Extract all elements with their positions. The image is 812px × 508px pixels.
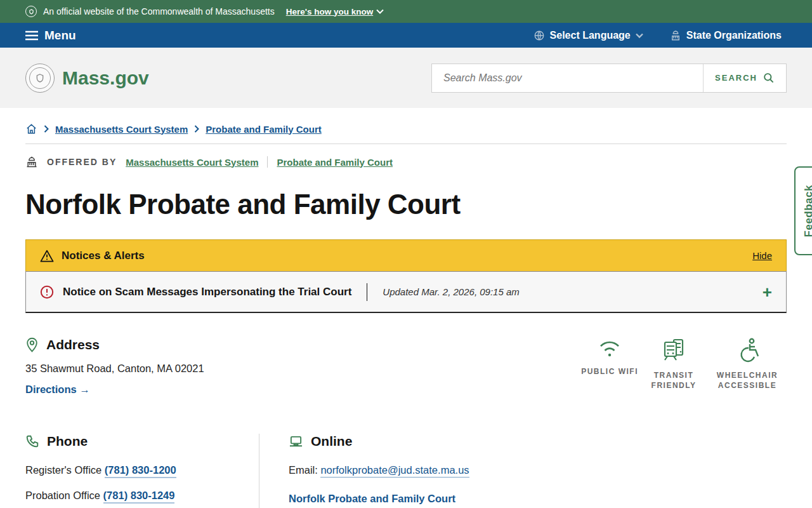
- phone-link-registers-office[interactable]: (781) 830-1200: [105, 464, 176, 478]
- main-nav: Menu Select Language State Organizations: [0, 23, 812, 48]
- feedback-tab[interactable]: Feedback: [794, 166, 812, 255]
- offered-by-link-probate-court[interactable]: Probate and Family Court: [277, 157, 393, 168]
- offered-by-link-court-system[interactable]: Massachusetts Court System: [126, 157, 258, 168]
- chevron-right-icon: [194, 125, 199, 133]
- laptop-icon: [289, 435, 303, 448]
- contact-section: Phone Register's Office (781) 830-1200 P…: [25, 434, 787, 508]
- heres-how-you-know-toggle[interactable]: Here's how you know: [286, 7, 384, 17]
- site-search: SEARCH: [431, 64, 787, 93]
- breadcrumb-link-probate-court[interactable]: Probate and Family Court: [206, 124, 322, 135]
- alert-notice-row[interactable]: Notice on Scam Messages Impersonating th…: [25, 271, 787, 313]
- wheelchair-icon: [735, 337, 760, 363]
- globe-icon: [534, 30, 545, 41]
- official-banner: An official website of the Commonwealth …: [0, 0, 812, 23]
- page: An official website of the Commonwealth …: [0, 0, 812, 508]
- state-seal-icon: [25, 6, 37, 17]
- amenity-transit-friendly: TRANSIT FRIENDLY: [648, 337, 699, 391]
- alerts-title: Notices & Alerts: [62, 250, 145, 262]
- magnifier-icon: [763, 72, 775, 84]
- directions-link[interactable]: Directions →: [25, 384, 90, 396]
- phone-row-probation-office: Probation Office (781) 830-1249: [25, 490, 259, 502]
- column-divider: [259, 434, 259, 508]
- divider: [367, 283, 367, 301]
- notice-title: Notice on Scam Messages Impersonating th…: [63, 286, 351, 298]
- address-heading: Address: [46, 337, 100, 352]
- wifi-icon: [596, 337, 624, 359]
- statehouse-icon: [670, 30, 681, 41]
- search-button[interactable]: SEARCH: [703, 64, 786, 92]
- phone-link-probation-office[interactable]: (781) 830-1249: [103, 490, 175, 504]
- amenities: PUBLIC WIFI TRANSIT FRIENDLY: [581, 337, 785, 391]
- statehouse-icon: [25, 156, 38, 168]
- menu-button[interactable]: Menu: [25, 29, 76, 43]
- chevron-down-icon: [376, 9, 384, 14]
- alerts-header: Notices & Alerts Hide: [25, 239, 787, 271]
- official-banner-text: An official website of the Commonwealth …: [43, 6, 275, 17]
- phone-icon: [25, 434, 39, 448]
- online-section: Online Email: norfolkprobate@jud.state.m…: [289, 434, 469, 508]
- transit-icon: [660, 337, 688, 363]
- home-icon[interactable]: [25, 123, 37, 135]
- address-section: Address 35 Shawmut Road, Canton, MA 0202…: [25, 337, 787, 407]
- breadcrumb-link-court-system[interactable]: Massachusetts Court System: [55, 124, 188, 135]
- phone-section: Phone Register's Office (781) 830-1200 P…: [25, 434, 259, 508]
- site-header: Mass.gov SEARCH: [0, 48, 812, 108]
- amenity-public-wifi: PUBLIC WIFI: [581, 337, 638, 391]
- email-link[interactable]: norfolkprobate@jud.state.ma.us: [320, 464, 469, 478]
- warning-triangle-icon: [40, 250, 54, 262]
- state-seal-logo-icon: [25, 64, 55, 93]
- amenity-wheelchair-accessible: WHEELCHAIR ACCESSIBLE: [709, 337, 785, 391]
- offered-by: OFFERED BY Massachusetts Court System Pr…: [25, 156, 787, 168]
- virtual-registry-link[interactable]: Norfolk Probate and Family Court Virtual…: [289, 490, 469, 508]
- phone-heading: Phone: [47, 434, 88, 449]
- breadcrumb-divider: [25, 144, 787, 144]
- hamburger-icon: [25, 30, 38, 41]
- massgov-logo[interactable]: Mass.gov: [25, 64, 149, 93]
- notices-alerts-panel: Notices & Alerts Hide Notice on Scam Mes…: [25, 239, 787, 313]
- online-heading: Online: [311, 434, 352, 449]
- state-organizations-link[interactable]: State Organizations: [670, 30, 782, 41]
- select-language-button[interactable]: Select Language: [534, 30, 643, 41]
- chevron-right-icon: [44, 125, 49, 133]
- notice-updated-timestamp: Updated Mar. 2, 2026, 09:15 am: [383, 286, 519, 297]
- offered-by-label: OFFERED BY: [47, 157, 117, 167]
- alert-circle-icon: [40, 285, 54, 299]
- phone-row-registers-office: Register's Office (781) 830-1200: [25, 464, 259, 476]
- chevron-down-icon: [636, 33, 643, 38]
- breadcrumb: Massachusetts Court System Probate and F…: [25, 123, 787, 135]
- hide-alerts-link[interactable]: Hide: [752, 250, 772, 261]
- email-row: Email: norfolkprobate@jud.state.ma.us: [289, 464, 469, 476]
- expand-notice-button[interactable]: +: [763, 284, 772, 300]
- page-title: Norfolk Probate and Family Court: [25, 189, 787, 220]
- menu-label: Menu: [44, 29, 76, 43]
- feedback-label: Feedback: [802, 185, 812, 237]
- location-pin-icon: [25, 337, 39, 352]
- divider: [267, 156, 268, 168]
- brand-name: Mass.gov: [62, 67, 149, 89]
- search-input[interactable]: [432, 64, 703, 92]
